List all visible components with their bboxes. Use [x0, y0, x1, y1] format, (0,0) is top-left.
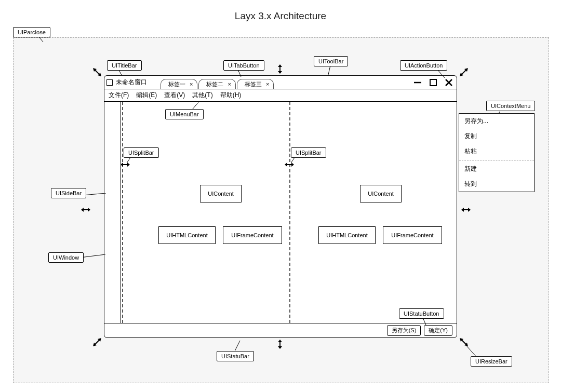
callout-splitbar-left: UISplitBar — [124, 147, 159, 158]
close-icon[interactable]: × — [266, 81, 269, 87]
ui-window: 未命名窗口 标签一× 标签二× 标签三× 文件(F) 编辑(E) 查看(V) 其… — [104, 75, 457, 338]
callout-statubar: UIStatuBar — [217, 351, 254, 361]
status-bar: 另存为(S) 确定(Y) — [104, 323, 457, 337]
menu-help[interactable]: 帮助(H) — [220, 91, 242, 100]
node-uiframecontent-right: UIFrameContent — [383, 226, 442, 244]
menu-bar: 文件(F) 编辑(E) 查看(V) 其他(T) 帮助(H) — [104, 89, 457, 102]
callout-statubutton: UIStatuButton — [399, 308, 444, 319]
close-icon[interactable]: × — [228, 81, 231, 87]
callout-contextmenu: UIContextMenu — [486, 101, 535, 111]
menu-edit[interactable]: 编辑(E) — [136, 91, 157, 100]
ctx-goto[interactable]: 转到 — [459, 177, 534, 192]
side-bar[interactable] — [104, 102, 121, 323]
close-button[interactable] — [444, 78, 453, 87]
callout-toolbar: UIToolBar — [314, 56, 348, 66]
minimize-button[interactable] — [413, 78, 422, 87]
node-uihtmlcontent-right: UIHTMLContent — [318, 226, 376, 244]
menu-other[interactable]: 其他(T) — [192, 91, 212, 100]
callout-titlebar: UITitleBar — [107, 60, 142, 71]
ctx-paste[interactable]: 粘粘 — [459, 144, 534, 159]
maximize-button[interactable] — [429, 78, 438, 87]
svg-rect-1 — [430, 79, 436, 86]
tab-2-label: 标签二 — [206, 80, 223, 88]
callout-tabbutton: UITabButton — [223, 60, 264, 71]
callout-actionbutton: UIActionButton — [400, 60, 447, 71]
tab-1-label: 标签一 — [168, 80, 185, 88]
window-title: 未命名窗口 — [116, 78, 147, 87]
window-action-group — [413, 76, 453, 89]
close-icon[interactable]: × — [190, 81, 193, 87]
tab-3-label: 标签三 — [245, 80, 262, 88]
status-button-saveas[interactable]: 另存为(S) — [387, 325, 421, 336]
window-body: UIContent UIHTMLContent UIFrameContent U… — [104, 102, 457, 323]
callout-splitbar-right: UISplitBar — [291, 147, 326, 158]
vertical-split-bar[interactable] — [289, 102, 290, 323]
ctx-saveas[interactable]: 另存为... — [459, 114, 534, 129]
context-menu: 另存为... 复制 粘粘 新建 转到 — [459, 113, 535, 192]
callout-resizebar: UIResizeBar — [471, 356, 512, 367]
node-uicontent-left: UIContent — [200, 185, 242, 202]
node-uiframecontent-left: UIFrameContent — [223, 226, 282, 244]
status-button-ok[interactable]: 确定(Y) — [424, 325, 452, 336]
node-uihtmlcontent-left: UIHTMLContent — [158, 226, 216, 244]
content-area: UIContent UIHTMLContent UIFrameContent U… — [122, 102, 457, 323]
tab-2[interactable]: 标签二× — [198, 79, 235, 89]
ctx-new[interactable]: 新建 — [459, 161, 534, 177]
ctx-separator — [459, 160, 534, 160]
callout-menubar: UIMenuBar — [165, 109, 204, 119]
node-uicontent-right: UIContent — [360, 185, 402, 202]
menu-file[interactable]: 文件(F) — [109, 91, 129, 100]
title-bar: 未命名窗口 标签一× 标签二× 标签三× — [104, 76, 457, 89]
tab-1[interactable]: 标签一× — [161, 79, 197, 89]
callout-window: UIWindow — [48, 252, 84, 263]
ctx-copy[interactable]: 复制 — [459, 129, 534, 144]
callout-parclose: UIParclose — [13, 27, 50, 37]
tab-strip: 标签一× 标签二× 标签三× — [161, 76, 274, 89]
window-icon — [106, 79, 113, 86]
callout-sidebar: UISideBar — [51, 188, 86, 198]
tab-3[interactable]: 标签三× — [237, 79, 274, 89]
diagram-title: Layx 3.x Architecture — [0, 10, 561, 22]
menu-view[interactable]: 查看(V) — [164, 91, 185, 100]
